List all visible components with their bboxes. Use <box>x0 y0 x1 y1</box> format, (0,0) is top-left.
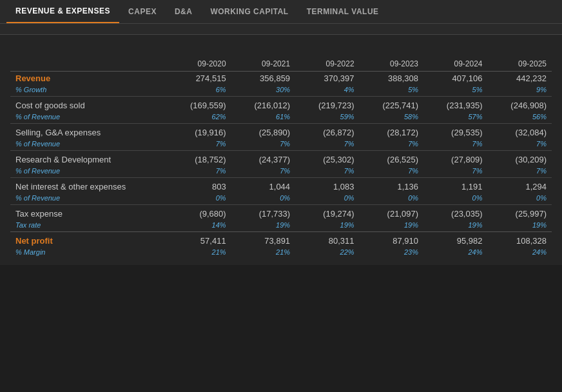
row-value: 7% <box>167 139 231 151</box>
row-value: (19,916) <box>167 124 231 140</box>
nav-tab-working-capital[interactable]: WORKING CAPITAL <box>201 1 297 23</box>
row-value: 1,294 <box>488 178 552 194</box>
row-value: 0% <box>167 193 231 205</box>
row-value: 108,328 <box>488 232 552 248</box>
row-value: (219,723) <box>295 97 359 113</box>
row-value: 5% <box>360 85 423 97</box>
row-value: 7% <box>167 166 231 178</box>
row-label: % of Revenue <box>10 193 167 205</box>
row-label: Research & Development <box>10 151 167 167</box>
table-row: Revenue274,515356,859370,397388,308407,1… <box>10 72 552 86</box>
col-header-09-2024: 09-2024 <box>423 57 487 72</box>
row-value: (32,084) <box>488 124 552 140</box>
row-label: Tax rate <box>10 220 167 232</box>
row-value: (28,172) <box>360 124 423 140</box>
row-value: 370,397 <box>295 72 359 86</box>
col-header-09-2023: 09-2023 <box>360 57 423 72</box>
row-value: 9% <box>488 85 552 97</box>
col-header-label <box>10 57 167 72</box>
row-value: 19% <box>488 220 552 232</box>
nav-tab-terminal-value[interactable]: TERMINAL VALUE <box>298 1 388 23</box>
row-value: 7% <box>231 166 295 178</box>
row-value: 1,044 <box>231 178 295 194</box>
row-value: (225,741) <box>360 97 423 113</box>
row-value: 407,106 <box>423 72 487 86</box>
row-value: (29,535) <box>423 124 487 140</box>
row-value: 388,308 <box>360 72 423 86</box>
row-value: (26,872) <box>295 124 359 140</box>
table-row: % of Revenue0%0%0%0%0%0% <box>10 193 552 205</box>
row-label: Cost of goods sold <box>10 97 167 113</box>
row-value: 80,311 <box>295 232 359 248</box>
row-value: (25,302) <box>295 151 359 167</box>
row-label: Tax expense <box>10 205 167 221</box>
row-value: 19% <box>360 220 423 232</box>
row-value: 23% <box>360 248 423 259</box>
row-value: 0% <box>423 193 487 205</box>
row-value: 21% <box>167 248 231 259</box>
table-row: Tax expense(9,680)(17,733)(19,274)(21,09… <box>10 205 552 221</box>
data-table: 09-202009-202109-202209-202309-202409-20… <box>10 57 552 259</box>
row-value: (26,525) <box>360 151 423 167</box>
row-value: 1,191 <box>423 178 487 194</box>
main-content: 09-202009-202109-202209-202309-202409-20… <box>0 35 562 265</box>
row-value: 24% <box>423 248 487 259</box>
table-row: % Margin21%21%22%23%24%24% <box>10 248 552 259</box>
row-value: 7% <box>423 139 487 151</box>
row-label: Selling, G&A expenses <box>10 124 167 140</box>
row-value: 7% <box>360 139 423 151</box>
row-label: Net interest & other expenses <box>10 178 167 194</box>
row-value: 1,136 <box>360 178 423 194</box>
row-value: (216,012) <box>231 97 295 113</box>
row-label: Revenue <box>10 72 167 86</box>
col-header-09-2021: 09-2021 <box>231 57 295 72</box>
row-value: 57,411 <box>167 232 231 248</box>
nav-tab-revenue-&-expenses[interactable]: REVENUE & EXPENSES <box>6 0 119 23</box>
row-value: 4% <box>295 85 359 97</box>
nav-tab-capex[interactable]: CAPEX <box>119 1 166 23</box>
row-value: 5% <box>423 85 487 97</box>
table-row: Net interest & other expenses8031,0441,0… <box>10 178 552 194</box>
row-label: % Margin <box>10 248 167 259</box>
row-value: (9,680) <box>167 205 231 221</box>
row-value: 0% <box>488 193 552 205</box>
col-header-09-2025: 09-2025 <box>488 57 552 72</box>
row-value: (169,559) <box>167 97 231 113</box>
row-value: (24,377) <box>231 151 295 167</box>
row-value: 7% <box>423 166 487 178</box>
row-value: 95,982 <box>423 232 487 248</box>
row-value: 30% <box>231 85 295 97</box>
row-value: 62% <box>167 112 231 124</box>
breadcrumb <box>0 24 562 35</box>
row-value: 7% <box>295 166 359 178</box>
row-value: 356,859 <box>231 72 295 86</box>
row-value: 442,232 <box>488 72 552 86</box>
table-row: % Growth6%30%4%5%5%9% <box>10 85 552 97</box>
row-value: 59% <box>295 112 359 124</box>
row-value: (246,908) <box>488 97 552 113</box>
row-value: 24% <box>488 248 552 259</box>
row-value: (18,752) <box>167 151 231 167</box>
row-value: (21,097) <box>360 205 423 221</box>
row-value: 21% <box>231 248 295 259</box>
row-value: (25,997) <box>488 205 552 221</box>
nav-tab-d&a[interactable]: D&A <box>166 1 202 23</box>
row-value: 0% <box>295 193 359 205</box>
row-value: (25,890) <box>231 124 295 140</box>
table-row: Selling, G&A expenses(19,916)(25,890)(26… <box>10 124 552 140</box>
row-value: 73,891 <box>231 232 295 248</box>
row-value: 6% <box>167 85 231 97</box>
row-value: 7% <box>488 139 552 151</box>
row-value: 22% <box>295 248 359 259</box>
table-row: Tax rate14%19%19%19%19%19% <box>10 220 552 232</box>
row-value: 1,083 <box>295 178 359 194</box>
row-value: 19% <box>231 220 295 232</box>
row-value: 274,515 <box>167 72 231 86</box>
row-value: 61% <box>231 112 295 124</box>
row-label: % of Revenue <box>10 139 167 151</box>
row-value: 7% <box>295 139 359 151</box>
top-nav: REVENUE & EXPENSESCAPEXD&AWORKING CAPITA… <box>0 0 562 24</box>
table-row: % of Revenue62%61%59%58%57%56% <box>10 112 552 124</box>
row-value: 803 <box>167 178 231 194</box>
row-value: 7% <box>360 166 423 178</box>
